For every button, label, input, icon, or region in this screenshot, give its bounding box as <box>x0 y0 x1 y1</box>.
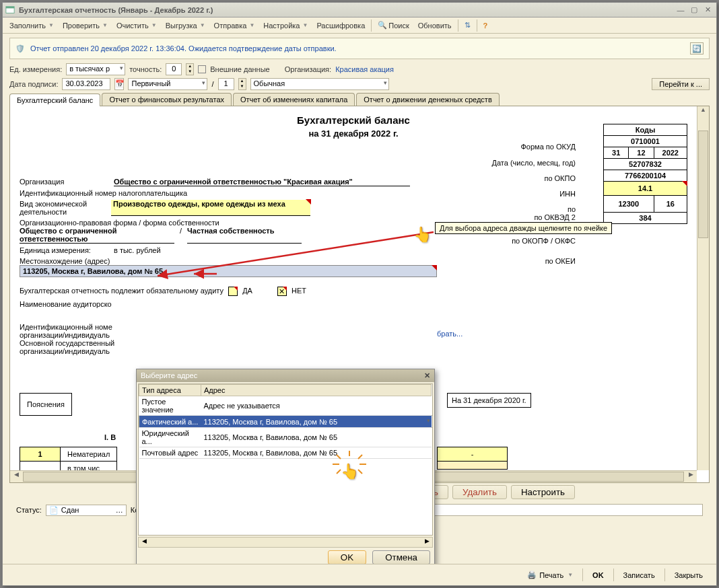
org-value: Общество с ограниченной ответственностью… <box>114 178 410 186</box>
ogrn-label: Основной государственный <box>20 339 687 347</box>
ok-button[interactable]: OK <box>586 568 611 581</box>
settings-button[interactable]: Настройка▼ <box>259 20 312 31</box>
vertical-scrollbar[interactable]: ▲ <box>697 106 709 470</box>
window-title: Бухгалтерская отчетность (Январь - Декаб… <box>19 6 673 14</box>
modal-close-button[interactable]: ✕ <box>424 371 430 380</box>
modal-ok-button[interactable]: OK <box>328 550 366 564</box>
cursor-icon: 👆 <box>413 226 432 244</box>
org-label: Организация: <box>285 65 331 73</box>
address-grid: Тип адреса Адрес Пустое значениеАдрес не… <box>138 383 433 536</box>
sort-button[interactable]: ⇅ <box>460 20 475 31</box>
print-button[interactable]: 🖨️Печать▼ <box>520 568 580 581</box>
calendar-button[interactable]: 📅 <box>114 78 124 90</box>
grid-row[interactable]: Пустое значениеАдрес не указывается <box>139 396 432 416</box>
grid-row[interactable]: Почтовый адрес113205, Москва г, Вавилова… <box>139 447 432 459</box>
bottom-bar: 🖨️Печать▼ OK Записать Закрыть <box>3 564 716 585</box>
precision-input[interactable]: 0 <box>166 63 182 75</box>
unit-row: Единица измерения: в тыс. рублей <box>20 246 687 254</box>
svg-rect-1 <box>6 6 14 8</box>
grid-row-selected[interactable]: Фактический а...113205, Москва г, Вавило… <box>139 416 432 428</box>
okfs-value: 16 <box>654 196 687 213</box>
address-field[interactable]: 113205, Москва г, Вавилова, дом № 65 <box>20 265 437 277</box>
inn-value: 7766200104 <box>604 170 687 182</box>
external-data-label: Внешние данные <box>210 65 269 73</box>
auditor-label: Наименование аудиторско <box>20 300 687 308</box>
goto-button[interactable]: Перейти к ... <box>652 78 710 90</box>
tab-financial-results[interactable]: Отчет о финансовых результатах <box>102 93 232 106</box>
modal-cancel-button[interactable]: Отмена <box>372 550 430 564</box>
audit-row: Бухгалтерская отчетность подлежит обязат… <box>20 287 687 296</box>
org-ind-2: организации/индивидуаль <box>20 347 687 355</box>
status-field[interactable]: 📄 Сдан … <box>46 505 127 516</box>
date-y: 2022 <box>654 147 687 159</box>
refresh-button[interactable]: Обновить <box>414 20 456 31</box>
sign-date-label: Дата подписи: <box>9 80 58 88</box>
primary-select[interactable]: Первичный <box>128 78 207 90</box>
precision-spinner[interactable]: ▲▼ <box>186 63 194 75</box>
status-message-link[interactable]: Отчет отправлен 20 декабря 2022 г. 13:36… <box>30 44 337 52</box>
tab-cash-flow[interactable]: Отчет о движении денежных средств <box>356 93 499 106</box>
tooltip: Для выбора адреса дважды щелкните по яче… <box>435 222 612 234</box>
fill-button[interactable]: Заполнить▼ <box>5 20 58 31</box>
okved-label: попо ОКВЭД 2 <box>534 205 576 221</box>
status-ok-icon: 📄 <box>49 506 59 515</box>
correction-spinner[interactable]: ▲▼ <box>238 78 246 90</box>
params-row-1: Ед. измерения: в тысячах р точность: 0 ▲… <box>9 63 710 75</box>
tab-balance[interactable]: Бухгалтерский баланс <box>9 94 100 106</box>
org-link[interactable]: Красивая акация <box>335 65 394 73</box>
clear-button[interactable]: Очистить▼ <box>112 20 161 31</box>
status-message-bar: 🛡️ Отчет отправлен 20 декабря 2022 г. 13… <box>9 38 710 59</box>
save-button[interactable]: Записать <box>617 568 662 581</box>
okpo-label: по ОКПО <box>544 174 576 182</box>
refresh-status-button[interactable]: 🔄 <box>690 42 704 54</box>
okopf-value: 12300 <box>604 196 654 213</box>
modal-hscroll[interactable]: ◀▶ <box>138 537 433 548</box>
mode-select[interactable]: Обычная <box>250 78 389 90</box>
close-main-button[interactable]: Закрыть <box>668 568 710 581</box>
search-icon: 🔍 <box>378 21 387 30</box>
decrypt-button[interactable]: Расшифровка <box>312 20 369 31</box>
unit-select[interactable]: в тысячах р <box>66 63 125 75</box>
setup-rows-button[interactable]: Настроить <box>511 485 575 499</box>
org-row: Организация Общество с ограниченной отве… <box>20 178 687 186</box>
help-button[interactable]: ? <box>479 20 492 31</box>
delete-row-button[interactable]: Удалить <box>452 485 507 499</box>
audit-yes-checkbox[interactable] <box>228 287 238 296</box>
search-button[interactable]: 🔍Поиск <box>374 20 413 31</box>
org-ind-1: организации/индивидуаль <box>20 331 687 339</box>
main-window: Бухгалтерская отчетность (Январь - Декаб… <box>2 2 717 586</box>
choose-link[interactable]: брать... <box>437 330 463 338</box>
modal-titlebar: Выберите адрес ✕ <box>137 369 434 382</box>
value-table: - <box>437 447 508 470</box>
external-data-checkbox[interactable] <box>198 65 206 73</box>
export-button[interactable]: Выгрузка▼ <box>162 20 209 31</box>
date-d: 31 <box>604 147 629 159</box>
correction-input[interactable]: 1 <box>218 78 234 90</box>
grid-row[interactable]: Юридический а...113205, Москва г, Вавило… <box>139 428 432 447</box>
close-button[interactable]: ✕ <box>701 5 714 15</box>
doc-subtitle: на 31 декабря 2022 г. <box>20 128 687 139</box>
id-label: Идентификационный номе <box>20 323 687 331</box>
activity-value[interactable]: Производство одежды, кроме одежды из мех… <box>111 200 310 216</box>
okud-label: Форма по ОКУД <box>521 143 576 151</box>
unit-label: Ед. измерения: <box>9 65 62 73</box>
okved-value[interactable]: 14.1 <box>604 182 687 196</box>
col-address[interactable]: Адрес <box>201 385 432 396</box>
period-col: На 31 декабря 2020 г. <box>447 393 531 408</box>
sign-date-input[interactable]: 30.03.2023 <box>62 78 110 90</box>
maximize-button[interactable]: ▢ <box>688 5 700 15</box>
check-button[interactable]: Проверить▼ <box>59 20 112 31</box>
codes-table: Коды 0710001 31 12 2022 52707832 7766200… <box>603 124 687 224</box>
separator <box>371 20 372 32</box>
okopf-label: по ОКОПФ / ОКФС <box>512 237 576 245</box>
tab-capital-changes[interactable]: Отчет об изменениях капитала <box>233 93 355 106</box>
params-row-2: Дата подписи: 30.03.2023 📅 Первичный / 1… <box>9 78 710 90</box>
audit-no-checkbox[interactable]: ✕ <box>277 287 287 296</box>
send-button[interactable]: Отправка▼ <box>210 20 259 31</box>
cursor-icon: 👆 <box>341 463 359 480</box>
content-area: 🛡️ Отчет отправлен 20 декабря 2022 г. 13… <box>3 34 716 564</box>
okei-value: 384 <box>604 213 687 224</box>
col-type[interactable]: Тип адреса <box>139 385 201 396</box>
app-icon <box>5 5 15 15</box>
minimize-button[interactable]: — <box>675 5 687 15</box>
